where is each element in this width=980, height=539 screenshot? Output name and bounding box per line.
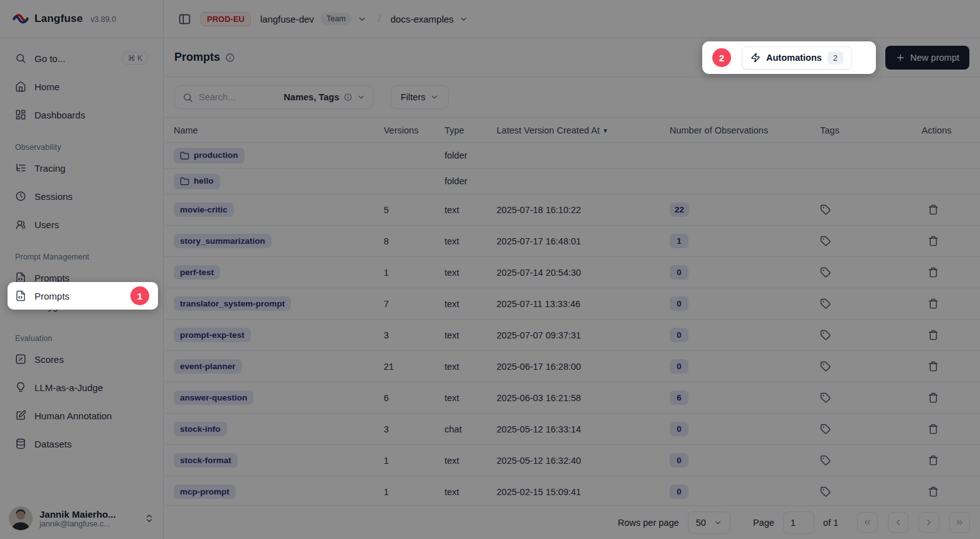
zap-icon [751, 53, 761, 63]
spotlight-automations: 2 Automations 2 [702, 41, 876, 74]
automations-count-badge: 2 [828, 51, 843, 65]
sidebar-item-label: Prompts [34, 291, 70, 301]
spotlight-prompts-item[interactable]: Prompts 1 [8, 282, 158, 310]
dim-overlay [0, 0, 980, 539]
automations-button[interactable]: Automations 2 [742, 46, 852, 70]
automations-label: Automations [766, 53, 822, 63]
file-code-icon [15, 290, 26, 301]
step-2-marker: 2 [712, 48, 731, 67]
step-1-marker: 1 [130, 286, 149, 305]
